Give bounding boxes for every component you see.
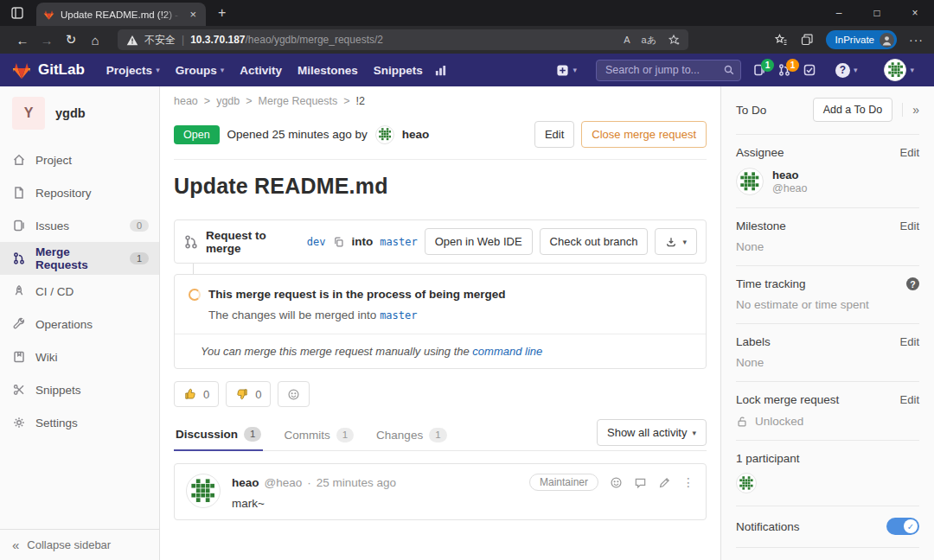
merge-status-heading: This merge request is in the process of … (208, 288, 506, 301)
sidebar-item-settings[interactable]: Settings (0, 406, 159, 439)
comment-icon[interactable] (634, 476, 647, 489)
tab-discussion[interactable]: Discussion 1 (174, 420, 263, 451)
merge-request-icon (12, 251, 26, 265)
browser-tab[interactable]: Update README.md (!2) - Merge × (36, 3, 206, 26)
sidebar-item-repository[interactable]: Repository (0, 176, 159, 209)
project-header[interactable]: Y ygdb (0, 86, 159, 143)
inprivate-badge[interactable]: InPrivate (826, 30, 897, 49)
notifications-toggle[interactable]: ✓ (886, 518, 919, 535)
close-window-button[interactable]: × (896, 0, 934, 26)
edit-button[interactable]: Edit (534, 121, 574, 148)
chevrons-left-icon: « (12, 538, 19, 552)
user-menu[interactable]: ▾ (876, 59, 922, 81)
favorites-icon[interactable] (774, 33, 788, 47)
merge-requests-dashboard-icon[interactable]: 1 (777, 63, 791, 77)
maximize-button[interactable]: □ (858, 0, 896, 26)
minimize-button[interactable]: – (820, 0, 858, 26)
download-dropdown-button[interactable]: ▾ (655, 228, 697, 255)
author-avatar[interactable] (375, 125, 394, 144)
address-bar[interactable]: 不安全 | 10.3.70.187/heao/ygdb/merge_reques… (118, 29, 688, 50)
add-emoji-button[interactable] (278, 381, 310, 407)
breadcrumb-project[interactable]: ygdb (216, 95, 240, 107)
new-tab-button[interactable]: + (218, 5, 226, 21)
gear-icon (12, 416, 26, 430)
participant-avatar[interactable] (736, 473, 757, 493)
thumbs-down-button[interactable]: 0 (226, 381, 271, 407)
home-icon[interactable]: ⌂ (83, 28, 107, 52)
milestone-block: Milestone Edit None (736, 208, 919, 266)
back-icon[interactable]: ← (10, 28, 35, 52)
settings-menu-icon[interactable]: ··· (909, 33, 924, 47)
activity-filter-dropdown[interactable]: Show all activity ▾ (597, 419, 707, 446)
search-input[interactable] (596, 60, 741, 81)
assignee-avatar[interactable] (736, 168, 764, 195)
new-menu[interactable]: ▾ (548, 64, 585, 77)
nav-projects[interactable]: Projects▾ (99, 64, 168, 77)
sidebar-item-ci-cd[interactable]: CI / CD (0, 275, 159, 308)
time-tracking-title: Time tracking (736, 277, 806, 290)
labels-title: Labels (736, 335, 771, 348)
nav-groups[interactable]: Groups▾ (168, 64, 233, 77)
time-tracking-block: Time tracking ? No estimate or time spen… (736, 266, 919, 324)
milestone-edit-link[interactable]: Edit (900, 220, 919, 232)
tab-workspaces-icon[interactable] (10, 6, 24, 20)
sidebar-item-snippets[interactable]: Snippets (0, 373, 159, 406)
merging-spinner-icon (189, 289, 201, 301)
breadcrumb-mr-id[interactable]: !2 (356, 95, 365, 107)
command-line-link[interactable]: command line (472, 345, 542, 358)
target-branch-link[interactable]: master (380, 309, 417, 321)
assignee-edit-link[interactable]: Edit (900, 146, 919, 159)
gitlab-logo[interactable]: GitLab (12, 61, 85, 80)
download-icon (665, 236, 677, 248)
copy-icon[interactable] (333, 236, 345, 248)
breadcrumb-mr-list[interactable]: Merge Requests (259, 95, 338, 107)
sidebar-item-issues[interactable]: Issues 0 (0, 209, 159, 242)
comment-timestamp[interactable]: 25 minutes ago (317, 476, 396, 489)
check-out-branch-button[interactable]: Check out branch (540, 228, 649, 255)
tab-changes[interactable]: Changes 1 (374, 421, 448, 450)
open-in-web-ide-button[interactable]: Open in Web IDE (425, 228, 533, 255)
breadcrumb-group[interactable]: heao (174, 95, 198, 107)
nav-milestones[interactable]: Milestones (290, 64, 366, 77)
smiley-icon[interactable] (610, 476, 623, 489)
project-avatar: Y (12, 97, 45, 130)
kebab-menu-icon[interactable]: ⋮ (682, 475, 694, 489)
sidebar-item-merge-requests[interactable]: Merge Requests 1 (0, 242, 159, 275)
thumbs-up-button[interactable]: 0 (174, 381, 219, 407)
nav-snippets[interactable]: Snippets (366, 64, 431, 77)
status-badge: Open (174, 125, 220, 144)
sidebar-item-wiki[interactable]: Wiki (0, 340, 159, 373)
labels-edit-link[interactable]: Edit (900, 335, 919, 348)
comment-author-avatar[interactable] (186, 474, 221, 508)
collections-icon[interactable] (800, 33, 814, 47)
chart-icon[interactable] (434, 64, 447, 77)
comment-author-name[interactable]: heao (232, 476, 259, 489)
author-name[interactable]: heao (402, 128, 430, 141)
issues-dashboard-icon[interactable]: 1 (752, 63, 766, 77)
sidebar-item-project[interactable]: Project (0, 143, 159, 176)
close-merge-request-button[interactable]: Close merge request (581, 121, 707, 148)
gitlab-favicon (43, 10, 54, 20)
pencil-icon[interactable] (658, 476, 671, 489)
reload-icon[interactable]: ↻ (59, 28, 83, 52)
collapse-sidebar-button[interactable]: « Collapse sidebar (0, 529, 159, 560)
target-branch-link[interactable]: master (380, 236, 417, 248)
issues-count-badge: 1 (761, 59, 774, 72)
add-todo-button[interactable]: Add a To Do (813, 98, 893, 122)
chevrons-right-icon[interactable]: » (902, 103, 919, 117)
source-branch-link[interactable]: dev (307, 236, 326, 248)
sidebar-item-operations[interactable]: Operations (0, 308, 159, 340)
lock-edit-link[interactable]: Edit (900, 393, 919, 406)
add-favorite-icon[interactable] (668, 34, 680, 46)
translate-icon[interactable]: aあ (642, 34, 656, 47)
todos-icon[interactable] (803, 63, 816, 77)
mr-count-badge: 1 (786, 59, 799, 72)
help-icon[interactable]: ? (906, 277, 919, 290)
assignee-name[interactable]: heao (772, 169, 808, 181)
tab-close-icon[interactable]: × (187, 8, 199, 21)
read-aloud-icon[interactable]: A (624, 35, 630, 45)
nav-activity[interactable]: Activity (232, 64, 290, 77)
tab-commits[interactable]: Commits 1 (282, 421, 355, 450)
help-menu[interactable]: ? ▾ (828, 63, 866, 78)
commits-count-badge: 1 (336, 428, 354, 442)
